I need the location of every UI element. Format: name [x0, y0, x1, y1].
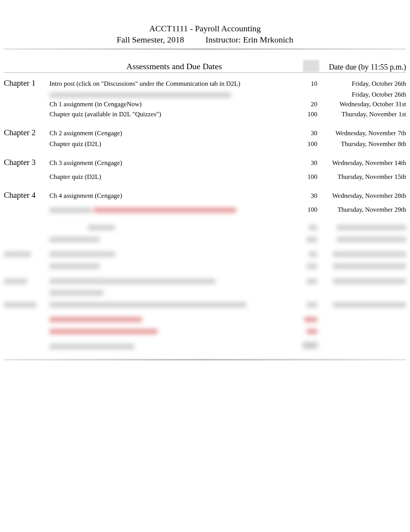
table-row: Chapter quiz (available in D2L "Quizzes"…: [4, 109, 406, 119]
due-date: Friday, October 26th: [321, 90, 406, 100]
column-header-row: Assessments and Due Dates Date due (by 1…: [4, 61, 406, 73]
table-row: Chapter 3 Ch 3 assignment (Cengage) 30 W…: [4, 156, 406, 169]
table-row: Friday, October 26th: [4, 90, 406, 100]
due-date: Wednesday, October 31st: [321, 99, 406, 109]
points-value: 10: [298, 79, 321, 89]
chapter-label: Chapter 2: [4, 126, 49, 139]
table-row: Chapter 2 Ch 2 assignment (Cengage) 30 W…: [4, 126, 406, 139]
points-value: 30: [298, 191, 321, 201]
due-date: Thursday, November 15th: [321, 172, 406, 182]
course-header: ACCT1111 - Payroll Accounting Fall Semes…: [4, 23, 406, 45]
column-header-date: Date due (by 11:55 p.m.): [321, 63, 406, 71]
schedule-rows: Chapter 1 Intro post (click on "Discussi…: [4, 76, 406, 352]
due-date: Thursday, November 1st: [321, 109, 406, 119]
table-row: Chapter 1 Intro post (click on "Discussi…: [4, 76, 406, 90]
table-row: 100 Thursday, November 29th: [4, 205, 406, 215]
points-value: 30: [298, 158, 321, 168]
table-row: Chapter 4 Ch 4 assignment (Cengage) 30 W…: [4, 189, 406, 202]
chapter-label: Chapter 3: [4, 156, 49, 169]
due-date: Wednesday, November 28th: [321, 191, 406, 201]
points-value: 100: [298, 205, 321, 215]
divider-bottom: [4, 359, 406, 360]
table-row: Chapter quiz (D2L) 100 Thursday, Novembe…: [4, 172, 406, 182]
blurred-region: [4, 221, 406, 352]
divider-top: [4, 48, 406, 50]
table-row: Ch 1 assignment (in CengageNow) 20 Wedne…: [4, 99, 406, 109]
points-value: 100: [298, 139, 321, 149]
chapter-label: Chapter 4: [4, 189, 49, 202]
due-date: Wednesday, November 14th: [321, 158, 406, 168]
column-header-assessments: Assessments and Due Dates: [50, 61, 298, 71]
semester: Fall Semester, 2018: [117, 34, 184, 46]
assessment-desc: Chapter quiz (D2L): [49, 139, 298, 149]
points-value: 20: [298, 99, 321, 109]
due-date: Thursday, November 8th: [321, 139, 406, 149]
document-page: ACCT1111 - Payroll Accounting Fall Semes…: [0, 0, 410, 360]
assessment-desc: Intro post (click on "Discussions" under…: [49, 79, 298, 89]
assessment-desc: Ch 1 assignment (in CengageNow): [49, 99, 298, 109]
assessment-desc: Ch 4 assignment (Cengage): [49, 191, 298, 201]
due-date: Wednesday, November 7th: [321, 128, 406, 138]
assessment-desc: Ch 2 assignment (Cengage): [49, 128, 298, 138]
assessment-desc: [49, 205, 298, 215]
assessment-desc: Chapter quiz (available in D2L "Quizzes"…: [49, 109, 298, 119]
course-title: ACCT1111 - Payroll Accounting: [4, 23, 406, 34]
assessment-desc: Chapter quiz (D2L): [49, 172, 298, 182]
points-value: 100: [298, 109, 321, 119]
assessment-desc: Ch 3 assignment (Cengage): [49, 158, 298, 168]
table-row: Chapter quiz (D2L) 100 Thursday, Novembe…: [4, 139, 406, 149]
due-date: Thursday, November 29th: [321, 205, 406, 215]
points-value: 30: [298, 128, 321, 138]
chapter-label: Chapter 1: [4, 76, 49, 90]
due-date: Friday, October 26th: [321, 79, 406, 89]
points-value: 100: [298, 172, 321, 182]
assessment-desc: [49, 90, 298, 100]
instructor: Instructor: Erin Mrkonich: [205, 34, 293, 46]
